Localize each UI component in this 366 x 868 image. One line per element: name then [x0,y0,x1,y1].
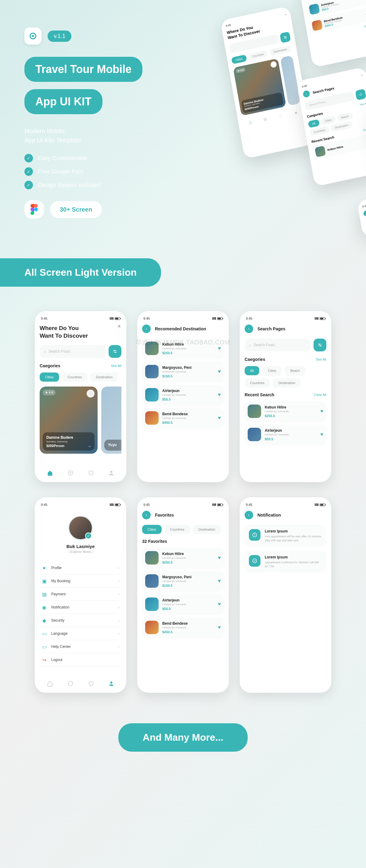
menu-icon: ↪ [41,657,47,662]
heart-icon[interactable]: ♥ [321,432,324,437]
menu-item-my-booking[interactable]: ▣My Booking› [40,575,122,588]
chip-countries[interactable]: Countries [62,372,88,382]
heart-icon[interactable]: ♥ [218,601,221,607]
menu-item-language[interactable]: ▭Language› [40,627,122,640]
menu-item-help-center[interactable]: ▭Help Center› [40,640,122,653]
chip-cities[interactable]: Cities [40,372,59,382]
heart-icon[interactable]: ♥ [218,578,221,584]
heart-icon[interactable]: ♥ [218,392,221,398]
list-item[interactable]: Bend BendeseLembah ljo, Indonesia$450.5♥ [142,408,224,428]
list-item[interactable]: Kebun HilireLembah ljo, Indonesia$250.5♥ [244,402,326,421]
menu-item-security[interactable]: ◆Security› [40,614,122,627]
tab-explore-icon[interactable] [67,470,73,476]
thumbnail [145,411,159,425]
menu-icon: ▭ [41,644,47,649]
chip-destination[interactable]: Destination [273,378,301,388]
screen-notification: 9:45 ‹Notification Lorem IpsumYour appoi… [240,497,331,693]
subtitle: Modern Mobile App Ui Kits Template [24,126,366,145]
list-item[interactable]: AirterjeunLembah ljo, Indonesia$50.5♥ [142,594,224,614]
menu-label: Payment [51,592,114,596]
item-location: Lembah ljo, Indonesia [265,410,317,413]
menu-item-notification[interactable]: ◉Notification› [40,601,122,614]
tab-profile-icon[interactable] [108,681,114,687]
chip-countries[interactable]: Countries [244,378,270,388]
heart-icon[interactable]: ♥ [218,555,221,561]
screen-search: 9:45 ‹Search Pages ⌕Search Food.. Caegor… [240,311,331,482]
chip-destination[interactable]: Destination [193,525,221,534]
menu-item-profile[interactable]: ●Profile› [40,561,122,575]
back-button[interactable]: ‹ [244,324,253,333]
feature-item: Easy Customizable [38,155,88,161]
item-name: Airterjeun [162,598,214,602]
chip-cities[interactable]: Cities [142,525,162,534]
back-button[interactable]: ‹ [142,324,151,333]
rating-badge: ★ 4.4 [43,390,56,395]
chevron-right-icon: › [118,579,120,584]
svg-point-1 [32,35,34,37]
chip-countries[interactable]: Countries [165,525,190,534]
clear-all-link[interactable]: Clear All [314,393,326,397]
item-price: $50.5 [162,398,214,401]
menu-label: Security [51,618,114,623]
tab-home-icon[interactable] [47,681,53,687]
favorite-button[interactable]: ♡ [87,390,95,398]
notification-item[interactable]: Lorem IpsumYour appointment will be star… [244,525,326,547]
screen-profile: 9:45 ✓ Buk Lasmiye ( Explorer World ) ●P… [35,497,126,693]
menu-item-logout[interactable]: ↪Logout [40,653,122,666]
list-item[interactable]: Margoyuso, PeniLembah ljo, Indonesia$150… [142,571,224,591]
see-all-link[interactable]: See All [316,358,326,361]
item-location: Lembah ljo, Indonesia [162,417,214,420]
heart-icon[interactable]: ♥ [218,415,221,421]
destination-card[interactable]: ★ 4.4 ♡ Damine Budere Sumatra, Indonesia… [40,386,98,454]
list-item[interactable]: Margoyuso, PeniLembah ljo, Indonesia$150… [142,362,224,381]
item-location: Lembah ljo, Indonesia [162,557,214,559]
avatar[interactable]: ✓ [68,516,93,540]
filter-button[interactable] [108,345,122,358]
notif-title: Lorem Ipsum [265,555,322,559]
back-button[interactable]: ‹ [142,511,151,519]
check-icon: ✓ [24,181,33,189]
item-name: Airterjeun [162,389,214,393]
chip-destination[interactable]: Destination [91,372,118,382]
item-price: $150.5 [162,374,214,378]
chip-all[interactable]: All [244,366,259,375]
title-line-1: Travel Tour Mobile [24,57,142,82]
check-circle-icon [249,555,261,567]
list-item[interactable]: Bend BendeseLembah ljo, Indonesia$450.5♥ [142,618,224,637]
svg-point-16 [319,344,320,345]
screen-count-badge: 30+ Screen [50,201,102,218]
search-input[interactable]: ⌕Search Food.. [244,339,310,351]
notif-body: Your appointment will be start after 15 … [265,535,322,542]
search-input[interactable]: ⌕Search Food.. [40,345,105,358]
see-all-link[interactable]: See All [111,364,122,368]
heart-icon[interactable]: ♥ [321,408,324,414]
tab-explore-icon[interactable] [67,681,73,687]
menu-icon: ▣ [41,578,47,584]
destination-card[interactable]: ♡ Yuyu [101,386,122,454]
list-item[interactable]: Kebun HilireLembah ljo, Indonesia$250.5♥ [142,548,224,567]
chip-cities[interactable]: Cities [262,366,282,375]
back-button[interactable]: ‹ [244,511,253,519]
tab-favorites-icon[interactable] [88,681,94,687]
bell-icon[interactable] [117,324,122,329]
item-name: Kebun Hilire [265,405,317,409]
item-price: $50.5 [162,607,214,611]
chip-beach[interactable]: Beach [285,366,305,375]
clock-icon [249,529,261,541]
feature-item: Free Google Font [38,168,83,175]
tab-favorites-icon[interactable] [88,470,94,476]
filter-button[interactable] [313,339,326,351]
feature-list: ✓Easy Customizable ✓Free Google Font ✓De… [24,154,366,189]
notification-item[interactable]: Lorem IpsumAppointment Confirmed Dr. Mar… [244,551,326,572]
title-line-2: App UI KIT [24,89,102,114]
screen-home: 9:45 Where Do You Want To Discover ⌕Sear… [35,311,126,482]
list-item[interactable]: AirterjeunLembah ljo, Indonesia$50.5♥ [244,425,326,444]
heart-icon[interactable]: ♥ [218,625,221,630]
tab-profile-icon[interactable] [108,470,114,476]
list-item[interactable]: AirterjeunLembah ljo, Indonesia$50.5♥ [142,385,224,405]
tab-home-icon[interactable] [47,470,53,476]
thumbnail [145,365,159,378]
menu-item-payment[interactable]: ▤Payment› [40,588,122,601]
heart-icon[interactable]: ♥ [218,369,221,374]
arrow-icon: → [87,444,92,449]
